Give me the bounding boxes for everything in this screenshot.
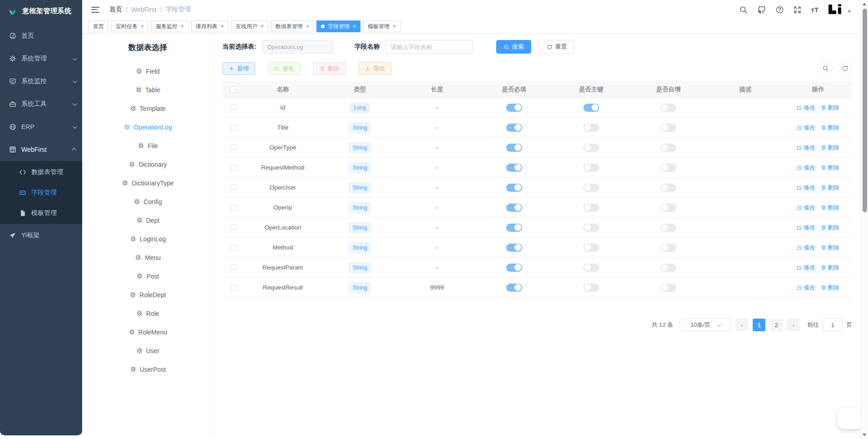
search-button[interactable]: 搜索 xyxy=(496,40,531,54)
sidebar-item-home[interactable]: 首页 xyxy=(0,25,82,47)
breadcrumb-module[interactable]: WebFirst xyxy=(131,6,157,13)
delete-button[interactable]: 删除 xyxy=(313,62,346,75)
primary-toggle[interactable] xyxy=(583,184,599,192)
delete-row-link[interactable]: 删除 xyxy=(821,224,839,232)
row-checkbox[interactable] xyxy=(230,125,237,131)
delete-row-link[interactable]: 删除 xyxy=(821,164,839,172)
primary-toggle[interactable] xyxy=(583,204,599,212)
required-toggle[interactable] xyxy=(506,164,522,172)
edit-row-link[interactable]: 修改 xyxy=(797,204,815,212)
tree-item-menu[interactable]: Menu xyxy=(135,248,161,267)
edit-row-link[interactable]: 修改 xyxy=(797,244,815,252)
avatar-logo[interactable] xyxy=(828,4,842,15)
page-button-1[interactable]: 1 xyxy=(753,319,765,331)
fullscreen-icon[interactable] xyxy=(793,5,802,14)
help-icon[interactable] xyxy=(775,5,784,14)
tab-field-management[interactable]: 字段管理× xyxy=(316,20,360,32)
page-button-2[interactable]: 2 xyxy=(770,319,783,331)
primary-toggle[interactable] xyxy=(583,264,599,272)
delete-row-link[interactable]: 删除 xyxy=(821,244,839,252)
github-icon[interactable] xyxy=(757,5,766,15)
row-checkbox[interactable] xyxy=(230,165,237,171)
required-toggle[interactable] xyxy=(506,184,522,192)
tree-item-dictionarytype[interactable]: DictionaryType xyxy=(122,174,174,192)
row-checkbox[interactable] xyxy=(230,145,237,151)
delete-row-link[interactable]: 删除 xyxy=(821,124,839,132)
required-toggle[interactable] xyxy=(506,144,522,152)
tree-item-post[interactable]: Post xyxy=(136,267,159,285)
tree-item-role[interactable]: Role xyxy=(136,304,159,323)
required-toggle[interactable] xyxy=(506,284,522,292)
close-icon[interactable]: × xyxy=(221,23,224,30)
sidebar-item-erp[interactable]: ERP xyxy=(0,115,82,138)
tree-item-config[interactable]: Config xyxy=(133,192,162,211)
primary-toggle[interactable] xyxy=(583,224,599,232)
refresh-table-button[interactable] xyxy=(838,61,852,75)
page-size-select[interactable]: 10条/页 xyxy=(680,319,731,331)
next-page-button[interactable]: › xyxy=(787,319,800,331)
tree-item-loginlog[interactable]: LoginLog xyxy=(130,229,166,248)
scroll-up-arrow-icon[interactable] xyxy=(863,3,866,5)
required-toggle[interactable] xyxy=(506,124,522,132)
row-checkbox[interactable] xyxy=(230,244,237,251)
page-scrollbar[interactable] xyxy=(860,0,868,439)
increment-toggle[interactable] xyxy=(661,184,676,192)
edit-row-link[interactable]: 修改 xyxy=(797,264,815,272)
primary-toggle[interactable] xyxy=(583,124,599,132)
primary-toggle[interactable] xyxy=(583,244,599,252)
caret-down-icon[interactable] xyxy=(848,10,851,13)
sidebar-item-template-management[interactable]: 模板管理 xyxy=(0,203,82,223)
required-toggle[interactable] xyxy=(506,264,522,272)
delete-row-link[interactable]: 删除 xyxy=(821,264,839,272)
ai-assistant-button[interactable] xyxy=(838,408,862,429)
tree-item-template[interactable]: Template xyxy=(130,99,166,118)
delete-row-link[interactable]: 删除 xyxy=(821,284,839,292)
scrollbar-thumb[interactable] xyxy=(863,9,867,212)
increment-toggle[interactable] xyxy=(661,164,676,172)
field-name-input[interactable] xyxy=(385,40,473,54)
row-checkbox[interactable] xyxy=(230,205,237,211)
required-toggle[interactable] xyxy=(506,204,522,212)
increment-toggle[interactable] xyxy=(661,204,676,212)
required-toggle[interactable] xyxy=(506,244,522,252)
sidebar-item-system-tools[interactable]: 系统工具 xyxy=(0,93,82,115)
tree-item-dictionary[interactable]: Dictionary xyxy=(128,155,167,174)
tree-item-user[interactable]: User xyxy=(136,341,160,360)
required-toggle[interactable] xyxy=(506,224,522,232)
export-button[interactable]: 导出 xyxy=(359,62,391,75)
tab-online-users[interactable]: 在线用户× xyxy=(231,20,268,32)
edit-button[interactable]: 修改 xyxy=(268,62,301,75)
goto-page-input[interactable] xyxy=(823,319,843,331)
sidebar-item-system-monitor[interactable]: 系统监控 xyxy=(0,70,82,93)
increment-toggle[interactable] xyxy=(661,264,676,272)
tree-item-field[interactable]: Field xyxy=(136,62,159,80)
row-checkbox[interactable] xyxy=(230,185,237,191)
edit-row-link[interactable]: 修改 xyxy=(797,144,815,152)
row-checkbox[interactable] xyxy=(230,224,237,231)
tab-home[interactable]: 首页 xyxy=(89,20,108,32)
row-checkbox[interactable] xyxy=(230,264,237,271)
increment-toggle[interactable] xyxy=(661,224,676,232)
edit-row-link[interactable]: 修改 xyxy=(797,124,815,132)
primary-toggle[interactable] xyxy=(583,164,599,172)
sidebar-item-webfirst[interactable]: WebFirst xyxy=(0,138,82,161)
row-checkbox[interactable] xyxy=(230,284,237,291)
show-search-button[interactable] xyxy=(819,61,833,75)
edit-row-link[interactable]: 修改 xyxy=(797,224,815,232)
tree-item-operationlog[interactable]: OperationLog xyxy=(123,118,172,136)
scroll-down-arrow-icon[interactable] xyxy=(863,434,866,436)
tree-item-file[interactable]: File xyxy=(138,136,158,155)
search-icon[interactable] xyxy=(739,5,748,14)
fontsize-icon[interactable]: тT xyxy=(811,6,819,14)
tab-service-monitor[interactable]: 服务监控× xyxy=(151,20,188,32)
edit-row-link[interactable]: 修改 xyxy=(797,284,815,292)
primary-toggle[interactable] xyxy=(583,284,599,292)
edit-row-link[interactable]: 修改 xyxy=(797,104,815,112)
tree-item-userpost[interactable]: UserPost xyxy=(130,360,166,379)
sidebar-item-yi-framework[interactable]: Yi框架 xyxy=(0,224,82,247)
edit-row-link[interactable]: 修改 xyxy=(797,184,815,192)
edit-row-link[interactable]: 修改 xyxy=(797,164,815,172)
tab-table-management[interactable]: 数据表管理× xyxy=(271,20,314,32)
sidebar-item-table-management[interactable]: 数据表管理 xyxy=(0,162,82,182)
delete-row-link[interactable]: 删除 xyxy=(821,144,839,152)
